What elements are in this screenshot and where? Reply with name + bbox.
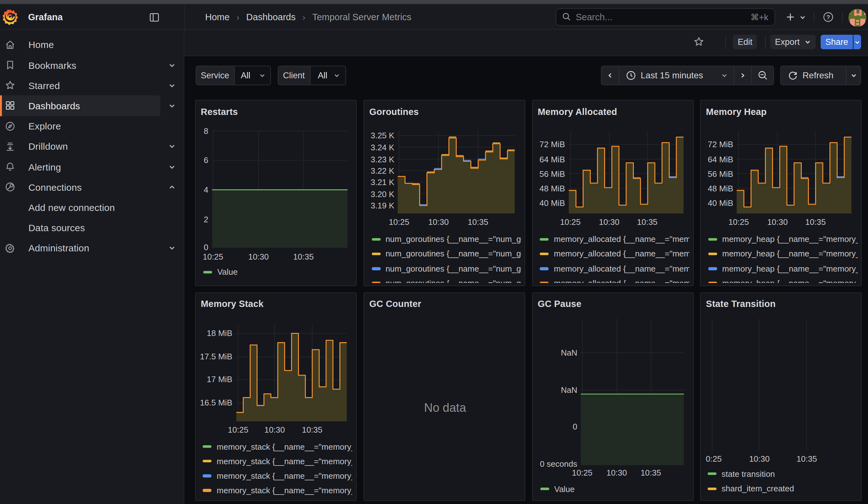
svg-text:?: ? [826,13,830,20]
